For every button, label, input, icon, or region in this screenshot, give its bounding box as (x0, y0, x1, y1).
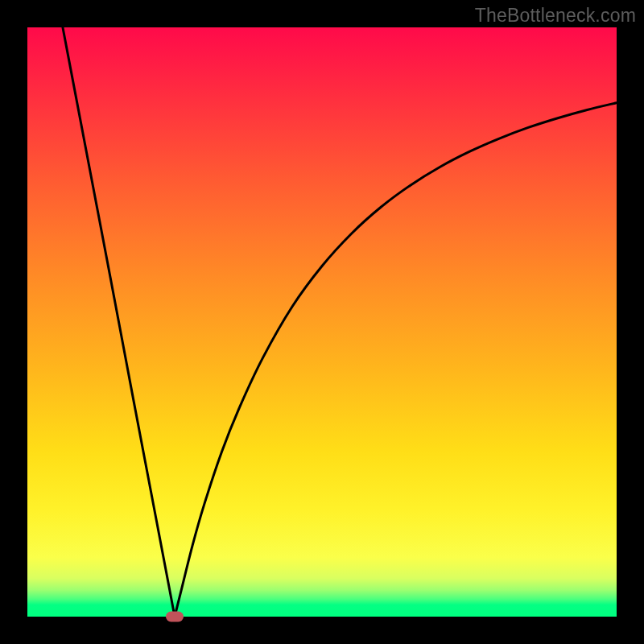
curve-left-branch (63, 27, 175, 617)
chart-frame: TheBottleneck.com (0, 0, 644, 644)
curve-svg (27, 27, 617, 617)
plot-area (27, 27, 617, 617)
curve-right-branch (175, 103, 617, 617)
watermark-text: TheBottleneck.com (475, 5, 636, 27)
minimum-marker (166, 612, 184, 622)
